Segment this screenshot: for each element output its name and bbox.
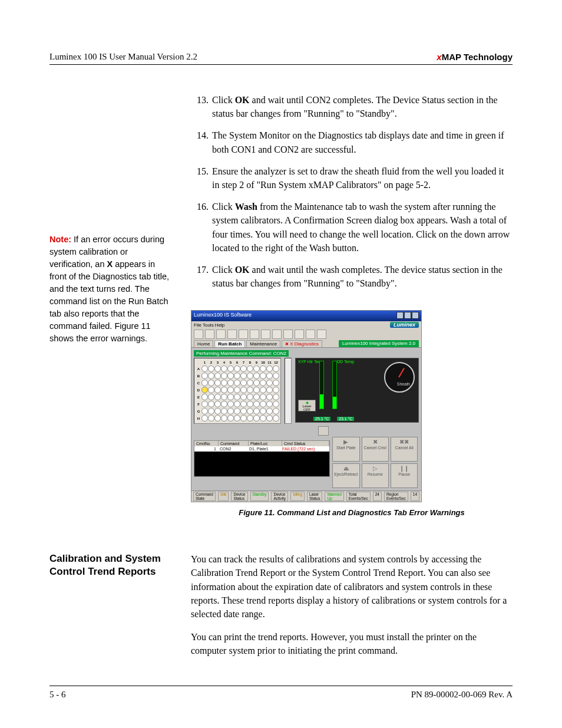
well[interactable] xyxy=(234,394,240,400)
well[interactable] xyxy=(221,394,227,400)
tab-maintenance[interactable]: Maintenance xyxy=(246,340,280,347)
well[interactable] xyxy=(227,365,234,372)
well[interactable] xyxy=(260,365,266,372)
well[interactable] xyxy=(234,415,240,421)
well[interactable] xyxy=(227,373,234,379)
toolbar-icon[interactable] xyxy=(283,330,293,339)
tab-run-batch[interactable]: Run Batch xyxy=(214,340,245,347)
well[interactable] xyxy=(273,394,279,400)
toolbar-icon[interactable] xyxy=(306,330,315,339)
well[interactable] xyxy=(253,394,260,400)
well[interactable] xyxy=(273,408,279,414)
well[interactable] xyxy=(253,373,260,379)
well[interactable] xyxy=(227,408,234,414)
well[interactable] xyxy=(201,387,208,393)
well[interactable] xyxy=(234,373,240,379)
well[interactable] xyxy=(214,387,221,393)
well[interactable] xyxy=(253,401,260,407)
well[interactable] xyxy=(240,365,247,372)
well[interactable] xyxy=(273,415,279,421)
toolbar-icon[interactable] xyxy=(205,330,214,339)
well[interactable] xyxy=(247,387,253,393)
cancel-all-button[interactable]: Cancel All xyxy=(391,437,418,462)
well[interactable] xyxy=(221,365,227,372)
well[interactable] xyxy=(247,394,253,400)
tab-diagnostics-error[interactable]: X Diagnostics xyxy=(282,340,322,347)
well[interactable] xyxy=(247,415,253,421)
well[interactable] xyxy=(234,401,240,407)
well[interactable] xyxy=(240,394,247,400)
well[interactable] xyxy=(201,373,208,379)
toolbar-icon[interactable] xyxy=(272,330,282,339)
well[interactable] xyxy=(201,408,208,414)
well[interactable] xyxy=(266,387,273,393)
well[interactable] xyxy=(253,415,260,421)
well[interactable] xyxy=(227,401,234,407)
well[interactable] xyxy=(253,387,260,393)
well[interactable] xyxy=(227,387,234,393)
well[interactable] xyxy=(208,394,214,400)
well[interactable] xyxy=(227,380,234,386)
well[interactable] xyxy=(221,387,227,393)
toolbar-icon[interactable] xyxy=(261,330,270,339)
well[interactable] xyxy=(273,373,279,379)
well[interactable] xyxy=(221,415,227,421)
well[interactable] xyxy=(234,387,240,393)
well[interactable] xyxy=(273,387,279,393)
well[interactable] xyxy=(201,365,208,372)
well[interactable] xyxy=(221,401,227,407)
well[interactable] xyxy=(253,408,260,414)
well[interactable] xyxy=(260,380,266,386)
well[interactable] xyxy=(221,373,227,379)
toolbar-icon[interactable] xyxy=(317,330,326,339)
well[interactable] xyxy=(240,380,247,386)
toolbar-icon[interactable] xyxy=(216,330,226,339)
well[interactable] xyxy=(266,365,273,372)
well[interactable] xyxy=(247,408,253,414)
window-control-icons[interactable] xyxy=(396,312,419,320)
pause-button[interactable]: Pause xyxy=(391,463,418,488)
eject-icon[interactable] xyxy=(318,426,329,436)
well[interactable] xyxy=(260,387,266,393)
toolbar-icon[interactable] xyxy=(295,330,304,339)
well[interactable] xyxy=(201,415,208,421)
well[interactable] xyxy=(240,408,247,414)
well[interactable] xyxy=(201,401,208,407)
toolbar-icon[interactable] xyxy=(250,330,259,339)
well[interactable] xyxy=(214,380,221,386)
well[interactable] xyxy=(214,401,221,407)
well[interactable] xyxy=(234,408,240,414)
well[interactable] xyxy=(247,401,253,407)
well[interactable] xyxy=(208,401,214,407)
well[interactable] xyxy=(221,408,227,414)
well[interactable] xyxy=(240,387,247,393)
well[interactable] xyxy=(260,415,266,421)
well[interactable] xyxy=(214,373,221,379)
well[interactable] xyxy=(273,380,279,386)
well[interactable] xyxy=(240,401,247,407)
well[interactable] xyxy=(214,415,221,421)
well[interactable] xyxy=(201,394,208,400)
toolbar-icon[interactable] xyxy=(194,330,203,339)
well[interactable] xyxy=(266,401,273,407)
well-plate[interactable]: 123456789101112ABCDEFGH xyxy=(194,358,281,424)
well[interactable] xyxy=(266,394,273,400)
well[interactable] xyxy=(253,380,260,386)
menu-bar[interactable]: File Tools Help Luminex xyxy=(191,321,421,328)
toolbar-icon[interactable] xyxy=(227,330,237,339)
well[interactable] xyxy=(234,380,240,386)
eject-retract-button[interactable]: Eject/Retract xyxy=(332,463,359,488)
toolbar[interactable] xyxy=(191,328,421,340)
well[interactable] xyxy=(266,415,273,421)
start-plate-button[interactable]: Start Plate xyxy=(332,437,359,462)
well[interactable] xyxy=(234,365,240,372)
tab-bar[interactable]: Home Run Batch Maintenance X Diagnostics… xyxy=(191,340,421,348)
well[interactable] xyxy=(260,401,266,407)
cancel-cmd-button[interactable]: Cancel Cmd xyxy=(362,437,389,462)
well[interactable] xyxy=(208,373,214,379)
well[interactable] xyxy=(227,415,234,421)
well[interactable] xyxy=(214,365,221,372)
well[interactable] xyxy=(247,380,253,386)
tab-home[interactable]: Home xyxy=(194,340,213,347)
well[interactable] xyxy=(201,380,208,386)
